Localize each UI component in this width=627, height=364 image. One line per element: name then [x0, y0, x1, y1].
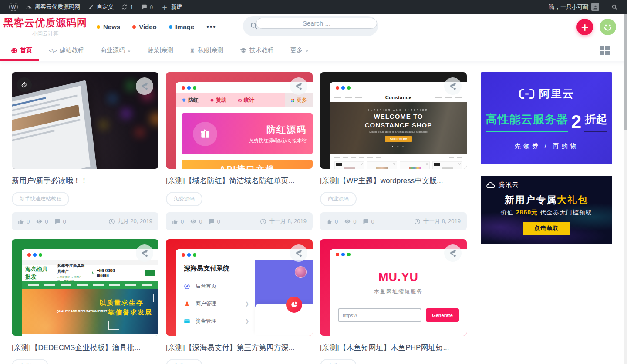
comment-stat[interactable]: 0	[54, 218, 66, 225]
post-title[interactable]: [亲测]【域名防红】简洁域名防红单页...	[166, 176, 313, 186]
post-thumbnail[interactable]: Constance INTERIOR AND EXTERIOR WELCOME …	[320, 72, 467, 169]
dashboard-gauge-icon	[26, 4, 32, 10]
nav-item-home[interactable]: 首页	[11, 40, 32, 61]
content-area: 新用户/新手必读哦！！ 新手快速建站教程 0 0 0 九月 20, 2019	[0, 61, 627, 364]
share-button[interactable]	[136, 244, 153, 262]
post-thumbnail[interactable]: 防红 赞助 统计 更多 防红源码 免费防红源码默认对接本站	[166, 72, 313, 169]
eye-icon	[190, 218, 197, 225]
user-avatar-button[interactable]	[600, 19, 616, 35]
share-button[interactable]	[444, 244, 462, 262]
aliyun-ad-banner[interactable]: 阿里云 高性能云服务器 2 折起 先领券 / 再购物	[481, 72, 612, 164]
tencent-claim-button[interactable]: 点击领取	[523, 222, 570, 235]
page-scrollbar[interactable]	[624, 0, 627, 364]
browser-mockup: 防红 赞助 统计 更多 防红源码 免费防红源码默认对接本站	[176, 82, 313, 169]
nav-item-bocai[interactable]: 菠菜|亲测	[147, 40, 173, 61]
share-icon	[141, 249, 148, 257]
post-title[interactable]: [亲测]【DEDECMS企业模板】渔具批...	[12, 343, 158, 353]
nav-item-tutorials[interactable]: <\> 建站教程	[49, 40, 84, 61]
new-label: 新建	[171, 3, 182, 11]
share-button[interactable]	[290, 77, 307, 95]
header-search	[243, 16, 378, 36]
admin-site-link[interactable]: 黑客云优质源码网	[22, 0, 84, 14]
post-card: 海亮渔具批发 多年专注渔具网具生产 ● 品质优良 ● 价格合理 ● 发货及时 +…	[12, 239, 158, 364]
view-stat: 0	[36, 218, 48, 225]
tencent-ad-title: 新用户专属大礼包	[481, 194, 612, 207]
wordpress-icon: W	[9, 3, 18, 11]
date-text: 十一月 8, 2019	[423, 217, 461, 225]
customize-label: 自定义	[97, 3, 114, 11]
rook-icon: ♜	[190, 47, 195, 54]
share-button[interactable]	[136, 77, 153, 95]
comment-icon	[208, 218, 215, 225]
customize-menu[interactable]: 自定义	[84, 0, 118, 14]
post-thumbnail[interactable]: MU.YU 木鱼网址缩短服务 https:// Generate	[320, 239, 467, 336]
nav-item-tech[interactable]: 技术教程	[240, 40, 274, 61]
brush-icon	[88, 4, 94, 10]
like-stat[interactable]: 0	[18, 218, 30, 225]
post-tag[interactable]: 新手快速建站教程	[12, 192, 69, 206]
post-tag[interactable]: 商业源码	[320, 192, 357, 206]
post-tag[interactable]: 商业源码	[320, 359, 357, 364]
share-button[interactable]	[290, 244, 307, 262]
post-tag[interactable]: 商业源码	[12, 359, 48, 364]
tencent-ad-banner[interactable]: 腾讯云 新用户专属大礼包 价值 2860元 代金券无门槛领取 点击领取	[481, 176, 612, 244]
add-post-button[interactable]: ＋	[576, 19, 593, 35]
post-thumbnail[interactable]: 深海易支付系统 后台首页 商户管理 ❯	[166, 239, 313, 336]
thumbs-up-icon	[172, 218, 179, 225]
post-title[interactable]: [亲测]【木鱼短网址】木鱼PHP网址短...	[320, 343, 467, 353]
share-button[interactable]	[444, 77, 462, 95]
quick-link-news[interactable]: News	[97, 23, 120, 30]
quick-link-label: Image	[175, 23, 194, 30]
like-stat[interactable]: 0	[172, 218, 184, 225]
plus-icon: ＋	[161, 2, 168, 12]
layout-grid-icon[interactable]	[600, 46, 610, 55]
funds-icon	[184, 318, 190, 324]
more-links-icon[interactable]: •••	[206, 23, 216, 31]
nav-item-sifu[interactable]: ♜ 私服|亲测	[190, 40, 223, 61]
search-icon	[611, 4, 618, 10]
post-tag[interactable]: 商业源码	[166, 359, 202, 364]
comment-count: 0	[217, 218, 220, 225]
date-text: 九月 20, 2019	[118, 217, 152, 225]
thumbs-up-icon	[326, 218, 333, 225]
comments-menu[interactable]: 0	[137, 0, 157, 14]
comment-stat[interactable]: 0	[362, 218, 374, 225]
nav-item-commercial[interactable]: 商业源码 ∨	[101, 40, 131, 61]
site-tagline: 小闫云计算	[3, 30, 87, 37]
video-dot-icon	[132, 25, 136, 29]
wp-logo-menu[interactable]: W	[5, 0, 22, 14]
updates-menu[interactable]: 1	[118, 0, 137, 14]
post-date: 十一月 8, 2019	[260, 217, 307, 225]
scrollbar-thumb[interactable]	[624, 0, 627, 130]
nav-label: 更多	[290, 47, 303, 54]
share-icon	[295, 82, 303, 90]
new-content-menu[interactable]: ＋ 新建	[157, 0, 186, 14]
like-stat[interactable]: 0	[326, 218, 338, 225]
post-title[interactable]: [亲测]【WP主题】wordpress中文版...	[320, 176, 467, 186]
post-tag[interactable]: 免费源码	[166, 192, 202, 206]
adminbar-search[interactable]	[607, 0, 622, 14]
post-title[interactable]: 新用户/新手必读哦！！	[12, 176, 158, 186]
code-icon: <\>	[49, 47, 57, 54]
post-thumbnail[interactable]	[12, 72, 158, 169]
post-card: 新用户/新手必读哦！！ 新手快速建站教程 0 0 0 九月 20, 2019	[12, 72, 158, 230]
quick-link-video[interactable]: Video	[132, 23, 157, 30]
nav-label: 建站教程	[60, 47, 84, 54]
phone-icon	[91, 270, 95, 276]
share-icon	[141, 82, 148, 90]
post-card: 防红 赞助 统计 更多 防红源码 免费防红源码默认对接本站	[166, 72, 313, 230]
post-stats: 0 0 0 十一月 8, 2019	[320, 212, 467, 230]
nav-item-more[interactable]: 更多 ∨	[290, 40, 308, 61]
search-input[interactable]	[256, 18, 377, 29]
post-thumbnail[interactable]: 海亮渔具批发 多年专注渔具网具生产 ● 品质优良 ● 价格合理 ● 发货及时 +…	[12, 239, 158, 336]
site-logo[interactable]: 黑客云优质源码网	[3, 16, 87, 30]
quick-link-image[interactable]: Image	[169, 23, 194, 30]
laptop-screen	[12, 80, 97, 169]
post-grid: 新用户/新手必读哦！！ 新手快速建站教程 0 0 0 九月 20, 2019	[12, 72, 467, 364]
like-count: 0	[335, 218, 338, 225]
comment-stat[interactable]: 0	[208, 218, 220, 225]
view-count: 0	[45, 218, 48, 225]
my-account-menu[interactable]: 嗨，一只小可耐	[545, 0, 603, 14]
post-title[interactable]: [亲测]【深海易支付】第三方第四方深...	[166, 343, 313, 353]
paperclip-icon	[21, 81, 28, 89]
